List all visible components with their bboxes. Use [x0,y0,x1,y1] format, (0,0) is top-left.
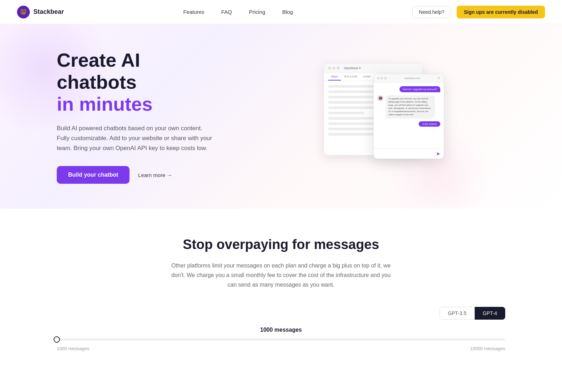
hero-section: Create AI chatbots in minutes Build AI p… [0,24,562,209]
gpt-tabs: GPT-3.5 GPT-4 [43,307,519,320]
dot-3 [337,67,340,70]
chat-window-dots [377,77,387,79]
nav-blog[interactable]: Blog [282,9,293,15]
dashboard-title: Stackbear ▾ [344,66,361,70]
slider-thumb[interactable] [54,336,60,343]
nav-faq[interactable]: FAQ [221,9,232,15]
slider-min-label: 1000 messages [57,346,89,351]
navigation: 🐻 Stackbear Features FAQ Pricing Blog Ne… [0,0,562,24]
nav-right: Need help? Sign ups are currently disabl… [412,6,545,18]
bot-message: To upgrade your account, you can visit t… [386,95,435,118]
need-help-button[interactable]: Need help? [412,6,451,18]
hero-title: Create AI chatbots in minutes [57,49,248,115]
slider-track [57,339,505,340]
send-icon[interactable]: ➤ [436,151,440,156]
messages-slider-container [43,339,519,340]
chat-mockup: stackbear.com ↻ How do I upgrade my acco… [373,74,444,159]
chat-url: stackbear.com [404,77,420,79]
tab-inbox[interactable]: Inbox [328,73,341,81]
chat-footer: ➤ [374,148,444,159]
gpt4-tab[interactable]: GPT-4 [475,307,505,320]
dot-2 [332,67,335,70]
logo-icon: 🐻 [17,6,30,18]
chat-header: stackbear.com ↻ [374,74,444,83]
nav-features[interactable]: Features [183,9,204,15]
bot-avatar: 🐻 [377,95,384,101]
slider-max-label: 10000 messages [470,346,505,351]
bot-message-wrap: 🐻 To upgrade your account, you can visit… [377,95,440,118]
nav-pricing[interactable]: Pricing [249,9,265,15]
nav-links: Features FAQ Pricing Blog [183,9,293,15]
tab-install[interactable]: Install [360,73,373,81]
learn-more-button[interactable]: Learn more → [138,172,172,178]
hero-left: Create AI chatbots in minutes Build AI p… [57,49,248,184]
signup-button[interactable]: Sign ups are currently disabled [457,6,545,18]
build-chatbot-button[interactable]: Build your chatbot [57,166,130,184]
section-description: Other platforms limit your messages on e… [167,261,395,290]
chat-body: How do I upgrade my account? 🐻 To upgrad… [374,83,444,148]
hero-illustration: Stackbear ▾ Inbox Test & Edit Install [324,63,444,170]
line-9 [328,128,378,130]
logo[interactable]: 🐻 Stackbear [17,6,64,18]
thanks-button[interactable]: Great, thanks! [419,121,440,127]
dashboard-header: Stackbear ▾ [324,64,423,73]
gpt35-tab[interactable]: GPT-3.5 [440,307,474,320]
slider-labels: 1000 messages 10000 messages [43,343,519,351]
line-6 [328,112,364,114]
hero-description: Build AI powered chatbots based on your … [57,123,213,153]
chat-dot-3 [384,77,387,79]
hero-actions: Build your chatbot Learn more → [57,166,248,184]
chat-dot-2 [381,77,383,79]
tab-test-edit[interactable]: Test & Edit [341,73,360,81]
dot-1 [328,67,331,70]
messages-count: 1000 messages [43,327,519,333]
window-dots [328,67,340,70]
messages-section: Stop overpaying for messages Other platf… [0,209,562,372]
chat-dot-1 [377,77,380,79]
logo-text: Stackbear [33,8,64,16]
section-title: Stop overpaying for messages [43,237,519,252]
hero-right: Stackbear ▾ Inbox Test & Edit Install [248,63,519,170]
user-message: How do I upgrade my account? [400,86,440,92]
reload-icon: ↻ [438,77,440,80]
line-3 [328,96,378,98]
